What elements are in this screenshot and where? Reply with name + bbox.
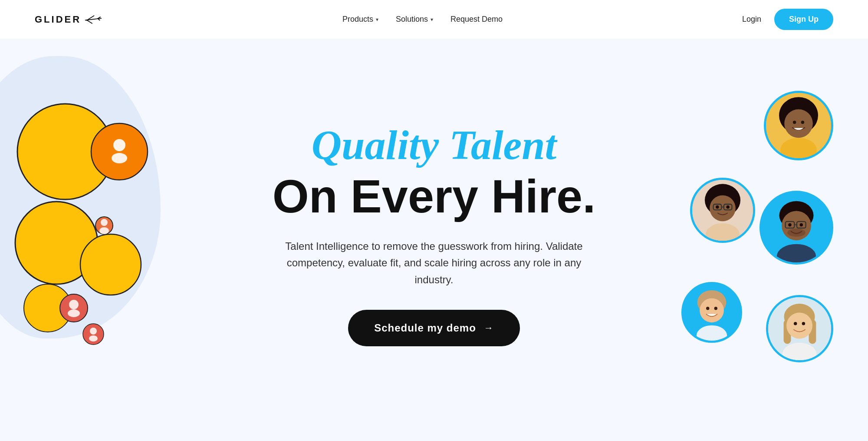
- navbar: GLIDER Products ▾ Solutions ▾ Request De…: [0, 0, 868, 39]
- glider-plane-icon: [84, 13, 103, 26]
- signup-button[interactable]: Sign Up: [774, 9, 833, 30]
- svg-point-22: [89, 335, 98, 342]
- svg-point-13: [112, 153, 127, 163]
- svg-point-6: [97, 18, 98, 19]
- svg-point-35: [716, 206, 719, 209]
- logo-text: GLIDER: [35, 14, 81, 25]
- svg-point-15: [101, 219, 108, 226]
- svg-point-27: [801, 121, 805, 124]
- solutions-chevron-icon: ▾: [431, 17, 433, 23]
- svg-point-10: [80, 234, 141, 295]
- avatar-2: [690, 178, 755, 243]
- login-button[interactable]: Login: [742, 15, 761, 24]
- circles-illustration: [9, 95, 174, 356]
- svg-point-18: [69, 300, 79, 309]
- svg-point-58: [786, 313, 812, 339]
- svg-point-25: [784, 109, 813, 138]
- svg-point-46: [787, 229, 805, 237]
- svg-point-21: [90, 328, 97, 335]
- svg-point-52: [714, 307, 717, 310]
- avatar-4: [681, 282, 742, 343]
- logo[interactable]: GLIDER: [35, 13, 103, 26]
- cta-arrow-icon: →: [484, 322, 494, 334]
- avatar-5: [766, 295, 833, 362]
- svg-point-16: [99, 227, 109, 234]
- cta-button[interactable]: Schedule my demo →: [348, 310, 520, 346]
- nav-products[interactable]: Products ▾: [342, 15, 378, 24]
- svg-point-60: [802, 322, 805, 325]
- svg-point-50: [700, 298, 724, 323]
- svg-point-26: [793, 121, 796, 124]
- svg-point-12: [113, 139, 125, 151]
- avatar-1: [764, 91, 833, 160]
- hero-title-script: Quality Talent: [273, 122, 595, 168]
- svg-point-59: [794, 322, 797, 325]
- hero-content: Quality Talent On Every Hire. Talent Int…: [273, 96, 595, 372]
- svg-point-5: [86, 20, 88, 21]
- svg-line-2: [87, 20, 92, 23]
- avatars-container: [677, 82, 842, 386]
- hero-title-bold: On Every Hire.: [273, 172, 595, 221]
- svg-point-44: [788, 223, 792, 227]
- nav-solutions[interactable]: Solutions ▾: [396, 15, 433, 24]
- nav-request-demo[interactable]: Request Demo: [450, 15, 503, 24]
- nav-right: Login Sign Up: [742, 9, 833, 30]
- svg-point-45: [800, 223, 803, 227]
- svg-point-8: [91, 123, 148, 180]
- svg-point-36: [726, 206, 729, 209]
- avatar-3: [760, 191, 833, 265]
- nav-links: Products ▾ Solutions ▾ Request Demo: [342, 15, 503, 24]
- hero-section: Quality Talent On Every Hire. Talent Int…: [0, 39, 868, 430]
- hero-subtitle: Talent Intelligence to remove the guessw…: [282, 238, 586, 288]
- products-chevron-icon: ▾: [376, 17, 378, 23]
- svg-point-51: [706, 307, 709, 310]
- svg-point-19: [68, 309, 80, 317]
